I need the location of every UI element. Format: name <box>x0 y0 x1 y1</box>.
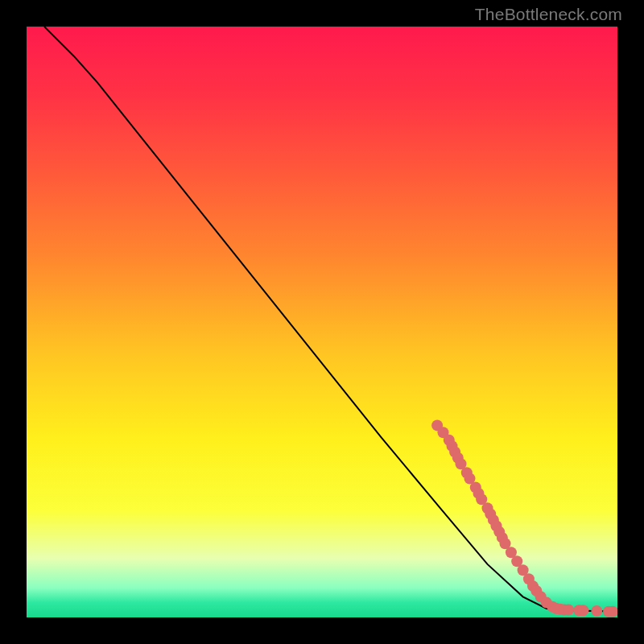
attribution-label: TheBottleneck.com <box>475 5 622 24</box>
gradient-background <box>27 27 617 617</box>
data-marker <box>591 605 602 617</box>
data-marker <box>577 605 588 616</box>
plot-area <box>27 27 617 617</box>
chart-frame: TheBottleneck.com <box>0 0 644 644</box>
data-marker <box>563 605 574 616</box>
chart-svg <box>27 27 617 617</box>
